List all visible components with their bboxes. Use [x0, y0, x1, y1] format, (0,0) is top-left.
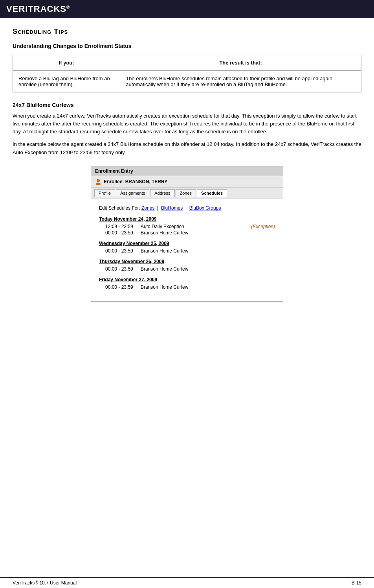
link-bluhomes[interactable]: BluHomes — [161, 205, 183, 211]
schedule-day-heading: Thursday November 26, 2009 — [99, 259, 275, 264]
svg-point-0 — [97, 179, 100, 182]
schedule-entry: 00:00 - 23:59Branson Home Curfew — [99, 284, 275, 290]
schedule-day-heading: Today November 24, 2009 — [99, 216, 275, 222]
tab-schedules[interactable]: Schedules — [197, 189, 227, 197]
schedule-entry: 00:00 - 23:59Branson Home Curfew — [99, 248, 275, 254]
schedule-name: Branson Home Curfew — [141, 266, 275, 272]
section1-heading: Understanding Changes to Enrollment Stat… — [13, 43, 361, 49]
table-cell-action: Remove a BluTag and BluHome from an enro… — [13, 71, 120, 92]
schedule-entry: 00:00 - 23:59Branson Home Curfew — [99, 230, 275, 236]
edit-schedules-label: Edit Schedules For: — [99, 205, 140, 211]
exception-label: (Exception) — [251, 224, 275, 229]
schedule-name: Branson Home Curfew — [141, 230, 275, 236]
enrollment-title: Enrollment Entry — [95, 168, 133, 174]
link-zones[interactable]: Zones — [141, 205, 154, 211]
tab-profile[interactable]: Profile — [94, 189, 115, 197]
table-col2-header: The result is that: — [120, 55, 361, 71]
schedule-entry: 00:00 - 23:59Branson Home Curfew — [99, 266, 275, 272]
footer-left: VeriTracks® 10.7 User Manual — [13, 580, 77, 586]
enrollment-window: Enrollment Entry Enrollee: BRANSON, TERR… — [91, 166, 283, 302]
schedule-day-section: Friday November 27, 200900:00 - 23:59Bra… — [99, 277, 275, 290]
link-blubox-groups[interactable]: BluBox Groups — [189, 205, 221, 211]
schedule-entry: 12:09 - 23:59Auto Daily Exception(Except… — [99, 223, 275, 230]
page-title: Scheduling Tips — [13, 28, 361, 36]
table-col1-header: If you: — [13, 55, 120, 71]
footer-right: B-15 — [352, 580, 361, 586]
header: VeriTracks® — [0, 0, 374, 18]
schedule-time: 00:00 - 23:59 — [105, 230, 141, 236]
logo-reg: ® — [66, 5, 70, 9]
schedule-name: Auto Daily Exception — [141, 224, 248, 229]
tab-zones[interactable]: Zones — [176, 189, 196, 197]
tabs-row: Profile Assignments Address Zones Schedu… — [91, 188, 283, 199]
schedule-time: 00:00 - 23:59 — [105, 248, 141, 254]
body-text-2: In the example below the agent created a… — [13, 140, 361, 156]
enrollment-titlebar: Enrollment Entry — [91, 166, 283, 176]
logo: VeriTracks® — [6, 4, 70, 14]
table-cell-result: The enrollee's BluHome schedules remain … — [120, 71, 361, 92]
schedule-day-section: Today November 24, 200912:09 - 23:59Auto… — [99, 216, 275, 236]
person-icon — [95, 179, 101, 185]
enrollment-status-table: If you: The result is that: Remove a Blu… — [13, 55, 361, 92]
schedule-name: Branson Home Curfew — [141, 284, 275, 290]
screenshot-container: Enrollment Entry Enrollee: BRANSON, TERR… — [13, 166, 361, 302]
schedule-day-section: Wednesday November 25, 200900:00 - 23:59… — [99, 241, 275, 254]
enrollment-body: Edit Schedules For: Zones | BluHomes | B… — [91, 199, 283, 301]
footer: VeriTracks® 10.7 User Manual B-15 — [0, 577, 374, 588]
schedule-day-section: Thursday November 26, 200900:00 - 23:59B… — [99, 259, 275, 272]
schedule-days: Today November 24, 200912:09 - 23:59Auto… — [99, 216, 275, 290]
body-text-1: When you create a 24x7 curfew, VeriTrack… — [13, 112, 361, 136]
schedule-time: 00:00 - 23:59 — [105, 284, 141, 290]
svg-point-1 — [96, 182, 101, 185]
tab-address[interactable]: Address — [150, 189, 174, 197]
subsection1-heading: 24x7 BluHome Curfews — [13, 102, 361, 108]
schedule-time: 12:09 - 23:59 — [105, 224, 141, 229]
tab-assignments[interactable]: Assignments — [116, 189, 149, 197]
table-row: Remove a BluTag and BluHome from an enro… — [13, 71, 361, 92]
schedule-name: Branson Home Curfew — [141, 248, 275, 254]
enrollee-row: Enrollee: BRANSON, TERRY — [91, 176, 283, 188]
enrollee-label: Enrollee: BRANSON, TERRY — [104, 179, 167, 184]
edit-schedules-row: Edit Schedules For: Zones | BluHomes | B… — [99, 205, 275, 211]
schedule-day-heading: Friday November 27, 2009 — [99, 277, 275, 282]
schedule-day-heading: Wednesday November 25, 2009 — [99, 241, 275, 246]
schedule-time: 00:00 - 23:59 — [105, 266, 141, 272]
main-content: Scheduling Tips Understanding Changes to… — [0, 18, 374, 321]
